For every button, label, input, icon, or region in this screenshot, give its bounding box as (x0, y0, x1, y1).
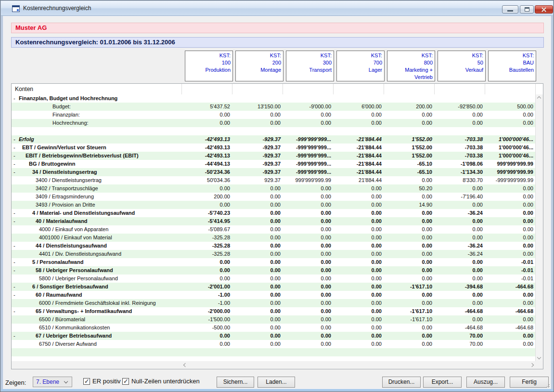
collapse-indicator[interactable]: - (12, 168, 18, 176)
value-cell: 0.00 (333, 324, 384, 332)
table-row[interactable]: 6500 / Büromaterial-1'500.000.000.000.00… (12, 315, 535, 324)
value-cell: 0.00 (485, 234, 535, 242)
collapse-indicator[interactable]: - (12, 332, 18, 340)
minimize-button[interactable] (502, 5, 518, 13)
table-row[interactable]: -34 / Dienstleistungsertrag-50'234.36-92… (12, 168, 535, 176)
value-cell: 0.00 (333, 217, 384, 225)
collapse-indicator[interactable]: - (12, 291, 18, 299)
table-row[interactable]: 5800 / Uebriger Personalaufwand0.000.000… (12, 274, 535, 283)
table-row[interactable]: -65 / Verwaltungs- + Informatikaufwand-2… (12, 307, 535, 315)
table-row[interactable]: 6750 / Diverser Aufwand0.000.000.000.000… (12, 340, 535, 348)
collapse-indicator[interactable]: - (12, 242, 18, 250)
kst-column-box: KST:BAUBaustellen (488, 51, 536, 81)
laden-button[interactable]: Laden... (258, 377, 295, 388)
table-row[interactable]: 4001000 / Einkauf von Material-325.280.0… (12, 234, 535, 242)
collapse-indicator[interactable]: - (12, 144, 18, 152)
auszug-button[interactable]: Auszug... (466, 377, 505, 388)
value-cell: -5'089.67 (181, 225, 232, 234)
table-row[interactable]: 3402 / Transportzuschläge0.000.000.000.0… (12, 184, 535, 193)
collapse-indicator[interactable]: - (12, 307, 18, 315)
table-row[interactable]: -44 / Dienstleistungsaufwand-325.280.000… (12, 242, 535, 250)
value-cell: 0.00 (434, 291, 485, 299)
checkbox-check-icon[interactable] (83, 378, 90, 385)
account-label: 5 / Personalaufwand (18, 258, 181, 266)
null-zeilen-checkbox[interactable]: Null-Zeilen unterdrücken (122, 378, 200, 385)
value-cell: -929.37 (232, 144, 283, 152)
value-cell: -999'999'999... (283, 144, 333, 152)
account-label: 58 / Uebriger Personalaufwand (18, 266, 181, 274)
table-row[interactable]: Finanzplan:0.000.000.000.000.000.000.00 (12, 111, 535, 119)
table-row[interactable]: -58 / Uebriger Personalaufwand0.000.000.… (12, 266, 535, 274)
table-row[interactable]: Budget:5'437.5213'150.00-9'000.006'000.0… (12, 103, 535, 111)
value-cell: 0.00 (232, 119, 283, 127)
table-row[interactable]: -6 / Sonstiger Betriebsaufwand-2'001.000… (12, 283, 535, 291)
collapse-indicator[interactable]: - (12, 135, 18, 144)
table-row[interactable]: -60 / Raumaufwand-1.000.000.000.000.000.… (12, 291, 535, 299)
table-row[interactable] (12, 127, 535, 135)
drucken-button[interactable]: Drucken... (382, 377, 421, 388)
scroll-left-icon[interactable] (183, 363, 187, 367)
value-cell: -44'494.13 (181, 160, 232, 168)
value-cell: 0.00 (333, 307, 384, 315)
level-select[interactable]: 7. Ebene (33, 377, 72, 387)
indent-spacer (12, 201, 18, 209)
table-row[interactable]: 3493 / Provision an Dritte0.000.000.000.… (12, 201, 535, 209)
kst-column-label: Transport (287, 66, 332, 74)
value-cell: 200.00 (384, 103, 434, 111)
table-row[interactable]: -5 / Personalaufwand0.000.000.000.000.00… (12, 258, 535, 266)
value-cell: 929.37 (232, 176, 283, 184)
value-cell: 0.00 (384, 176, 434, 184)
maximize-button[interactable] (520, 5, 534, 13)
account-label: 5800 / Uebriger Personalaufwand (18, 274, 181, 283)
collapse-indicator[interactable]: - (12, 266, 18, 274)
table-row[interactable]: -40 / Materialaufwand-5'414.950.000.000.… (12, 217, 535, 225)
table-row[interactable]: Hochrechnung:0.000.000.000.000.000.000.0… (12, 119, 535, 127)
value-cell: -65.10 (384, 160, 434, 168)
value-column-header (384, 84, 434, 94)
value-cell: 500.00 (485, 103, 535, 111)
collapse-indicator[interactable]: - (12, 217, 18, 225)
export-button[interactable]: Export... (423, 377, 462, 388)
table-row[interactable]: -Finanzplan, Budget und Hochrechnung (12, 94, 535, 103)
horizontal-scrollbar[interactable] (12, 361, 543, 369)
fertig-button[interactable]: Fertig (510, 377, 549, 388)
value-column-header (333, 84, 384, 94)
table-row[interactable]: 4401 / Div. Dienstleistungsaufwand-325.2… (12, 250, 535, 258)
scroll-up-icon[interactable] (537, 96, 541, 100)
table-row[interactable]: 4000 / Einkauf von Apparaten-5'089.670.0… (12, 225, 535, 234)
er-positiv-checkbox[interactable]: ER positiv (83, 378, 121, 385)
table-row[interactable]: -67 / Uebriger Betriebsaufwand0.000.000.… (12, 332, 535, 340)
account-label: Finanzplan: (18, 111, 181, 119)
table-row[interactable]: -Erfolg-42'493.13-929.37-999'999'999...-… (12, 135, 535, 144)
value-cell: 0.00 (384, 266, 434, 274)
table-row[interactable]: -BG / Bruttogewinn-44'494.13-929.37-999'… (12, 160, 535, 168)
value-cell: 0.00 (384, 193, 434, 201)
value-cell (434, 94, 485, 103)
collapse-indicator[interactable]: - (12, 258, 18, 266)
table-row[interactable]: 6510 / Kommunikationskosten-500.000.000.… (12, 324, 535, 332)
resize-grip-icon[interactable] (545, 382, 550, 387)
scroll-right-icon[interactable] (530, 363, 534, 367)
vertical-scrollbar[interactable] (535, 94, 543, 361)
collapse-indicator[interactable]: - (12, 152, 18, 160)
collapse-indicator[interactable]: - (12, 160, 18, 168)
scroll-down-icon[interactable] (537, 355, 541, 359)
table-row[interactable]: -4 / Material- und Dienstleistungsaufwan… (12, 209, 535, 217)
value-cell: 0.00 (232, 307, 283, 315)
table-row[interactable]: 3400 / Dienstleistungsertrag50'034.36929… (12, 176, 535, 184)
value-cell: 0.00 (333, 340, 384, 348)
table-row[interactable]: -EBIT / Betriebsgewinn/Betriebsverlust (… (12, 152, 535, 160)
close-button[interactable] (535, 5, 553, 13)
value-cell: 0.00 (384, 274, 434, 283)
table-row[interactable]: 6000 / Fremdmiete Geschäftslokal inkl. R… (12, 299, 535, 307)
sichern-button[interactable]: Sichern... (217, 377, 254, 388)
collapse-indicator[interactable]: - (12, 283, 18, 291)
checkbox-check-icon[interactable] (122, 378, 129, 385)
titlebar[interactable]: Kostenrechnungsvergleich (1, 1, 553, 16)
collapse-indicator[interactable]: - (12, 94, 18, 103)
collapse-indicator[interactable]: - (12, 209, 18, 217)
table-row[interactable]: -EBT / Gewinn/Verlust vor Steuern-42'493… (12, 144, 535, 152)
table-row[interactable]: 3409 / Ertragsminderung200.000.000.000.0… (12, 193, 535, 201)
indent-spacer (12, 250, 18, 258)
kst-column-label: KST: (287, 52, 332, 59)
